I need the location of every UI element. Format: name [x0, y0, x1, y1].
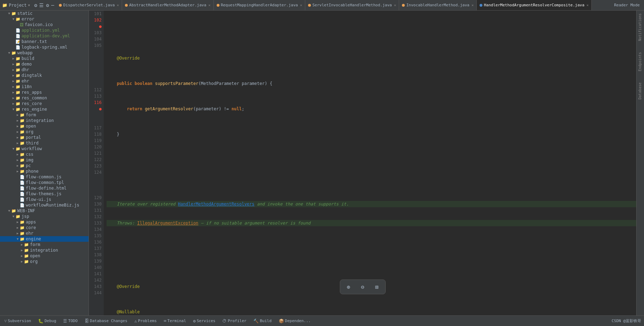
tree-item-demo[interactable]: ▶ 📁 demo: [0, 61, 89, 67]
tree-item-flow-common-js[interactable]: 📄 flow-common.js: [0, 174, 89, 180]
profiler-icon: ⏱: [222, 319, 227, 324]
notifications-tab[interactable]: Notifications: [637, 12, 643, 42]
status-services[interactable]: ⚙ Services: [192, 319, 217, 324]
status-bar: ⑂ Subversion 🐛 Debug ☰ TODO 🗄 Database C…: [0, 315, 644, 326]
tree-item-res-apps[interactable]: ▶ 📁 res_apps: [0, 90, 89, 95]
status-todo[interactable]: ☰ TODO: [62, 319, 79, 324]
tree-item-engine[interactable]: ▼ 📁 engine: [0, 236, 89, 242]
tree-item-error[interactable]: ▼ 📁 error: [0, 16, 89, 22]
tree-item-apps[interactable]: ▶ 📁 apps: [0, 219, 89, 225]
tree-item-logback[interactable]: 📄 logback-spring.xml: [0, 44, 89, 50]
endpoints-tab[interactable]: Endpoints: [637, 51, 643, 73]
database-tab[interactable]: Database: [637, 81, 643, 101]
tree-item-res-common[interactable]: ▶ 📁 res_common: [0, 95, 89, 101]
tree-item-ehr[interactable]: ▶ 📁 ehr: [0, 78, 89, 84]
tab-label-6: HandlerMethodArgumentResolverComposite.j…: [484, 3, 584, 7]
tree-item-third[interactable]: ▶ 📁 third: [0, 140, 89, 146]
list-icon[interactable]: ☰: [39, 2, 44, 8]
gear-icon[interactable]: ⚙: [46, 2, 49, 8]
tree-item-open2[interactable]: ▶ 📁 open: [0, 253, 89, 259]
tab-DispatcherServlet[interactable]: DispatcherServlet.java ✕: [56, 0, 122, 10]
toolbar-icons: ⚙ ☰ ⚙ ─: [34, 2, 54, 8]
tree-item-ehr2[interactable]: ▶ 📁 ehr: [0, 230, 89, 236]
tree-item-integration2[interactable]: ▶ 📁 integration: [0, 247, 89, 253]
status-build[interactable]: 🔨 Build: [252, 319, 273, 324]
tree-item-favicon[interactable]: 🖼 favicon.ico: [0, 22, 89, 27]
tab-close-1[interactable]: ✕: [117, 3, 119, 7]
tree-item-webinf[interactable]: ▼ 📁 WEB-INF: [0, 208, 89, 214]
tree-item-jsp[interactable]: ▼ 📁 jsp: [0, 214, 89, 219]
todo-icon: ☰: [63, 319, 67, 324]
tree-item-flow-common-tpl[interactable]: 📄 flow-common.tpl: [0, 180, 89, 185]
tree-item-res-engine[interactable]: ▼ 📁 res_engine: [0, 106, 89, 112]
tree-item-webapp[interactable]: ▼ 📁 webapp: [0, 50, 89, 56]
tree-item-org[interactable]: ▶ 📁 org: [0, 129, 89, 135]
tab-dot-3: [217, 4, 219, 7]
status-subversion[interactable]: ⑂ Subversion: [3, 319, 32, 324]
tab-HandlerMethodArgumentResolverComposite[interactable]: HandlerMethodArgumentResolverComposite.j…: [477, 0, 592, 10]
tree-item-open[interactable]: ▶ 📁 open: [0, 123, 89, 129]
tree-item-form[interactable]: ▶ 📁 form: [0, 112, 89, 118]
tab-close-3[interactable]: ✕: [300, 3, 302, 7]
tab-close-2[interactable]: ✕: [209, 3, 211, 7]
tree-item-core[interactable]: ▶ 📁 core: [0, 225, 89, 230]
code-line-blank4: [107, 258, 636, 264]
tab-close-5[interactable]: ✕: [471, 3, 474, 7]
tab-close-4[interactable]: ✕: [394, 3, 396, 7]
todo-label: TODO: [68, 319, 78, 323]
problems-icon: ⚠: [134, 319, 137, 324]
tree-item-form2[interactable]: ▶ 📁 form: [0, 242, 89, 247]
tree-item-img[interactable]: ▶ 📁 img: [0, 157, 89, 163]
settings-icon[interactable]: ⚙: [34, 2, 37, 8]
tree-item-pc[interactable]: ▶ 📁 pc: [0, 163, 89, 168]
tree-item-portal[interactable]: ▶ 📁 portal: [0, 135, 89, 140]
tree-item-application-dev-yml[interactable]: 📄 application-dev.yml: [0, 33, 89, 39]
code-line-103: public boolean supportsParameter(MethodP…: [107, 80, 636, 87]
tree-item-integration[interactable]: ▶ 📁 integration: [0, 118, 89, 123]
tree-item-workflowRuntimeBiz[interactable]: 📄 workflowRuntimeBiz.js: [0, 202, 89, 208]
tree-item-application-yml[interactable]: 📄 application.yml: [0, 27, 89, 33]
minimize-icon[interactable]: ─: [51, 2, 54, 8]
reader-mode-button[interactable]: Reader Mode: [610, 3, 644, 7]
code-content[interactable]: 101 102 ● 103 104 105 112 113 116 ● 117 …: [89, 11, 636, 315]
tab-InvocableHandlerMethod[interactable]: InvocableHandlerMethod.java ✕: [399, 0, 477, 10]
tree-item-res-core[interactable]: ▶ 📁 res_core: [0, 101, 89, 106]
tab-close-6[interactable]: ✕: [586, 3, 589, 7]
tree-item-workflow[interactable]: ▼ 📁 workflow: [0, 146, 89, 152]
tree-item-dingtalk[interactable]: ▶ 📁 dingtalk: [0, 73, 89, 78]
tree-item-build[interactable]: ▶ 📁 build: [0, 56, 89, 61]
status-dependencies[interactable]: 📦 Dependen...: [277, 319, 312, 324]
status-profiler[interactable]: ⏱ Profiler: [221, 319, 248, 324]
expand-button[interactable]: ⊞: [371, 281, 383, 293]
tab-AbstractHandlerMethodAdapter[interactable]: AbstractHandlerMethodAdapter.java ✕: [122, 0, 214, 10]
sidebar: ▼ 📁 static ▼ 📁 error 🖼 favicon.ico 📄 app…: [0, 11, 89, 315]
zoom-in-button[interactable]: ⊕: [343, 281, 354, 293]
tree-item-static[interactable]: ▼ 📁 static: [0, 11, 89, 16]
tree-item-org2[interactable]: ▶ 📁 org: [0, 259, 89, 264]
tab-RequestMappingHandlerAdapter[interactable]: RequestMappingHandlerAdapter.java ✕: [214, 0, 306, 10]
tab-ServletInvocableHandlerMethod[interactable]: ServletInvocableHandlerMethod.java ✕: [305, 0, 399, 10]
tab-dot-4: [308, 4, 311, 7]
status-debug[interactable]: 🐛 Debug: [37, 319, 58, 324]
tree-item-flow-define-html[interactable]: 📄 flow-define.html: [0, 185, 89, 191]
code-line-105: }: [107, 131, 636, 137]
services-label: Services: [197, 319, 216, 323]
code-line-104: return getArgumentResolver(parameter) !=…: [107, 106, 636, 112]
zoom-out-button[interactable]: ⊖: [357, 281, 368, 293]
project-title: Project: [9, 3, 27, 8]
tab-dot-1: [59, 4, 62, 7]
tree-item-i18n[interactable]: ▶ 📁 i18n: [0, 84, 89, 90]
project-dropdown-icon[interactable]: ▼: [28, 4, 30, 7]
tree-item-flow-ui-js[interactable]: 📄 flow-ui.js: [0, 197, 89, 202]
tree-item-flow-themes-js[interactable]: 📄 flow-themes.js: [0, 191, 89, 197]
tree-item-phone[interactable]: ▶ 📁 phone: [0, 168, 89, 174]
subversion-label: Subversion: [8, 319, 31, 323]
tree-item-css[interactable]: ▶ 📁 css: [0, 152, 89, 157]
status-database-changes[interactable]: 🗄 Database Changes: [83, 319, 129, 324]
status-problems[interactable]: ⚠ Problems: [133, 319, 158, 324]
tree-item-banner[interactable]: 📝 banner.txt: [0, 39, 89, 44]
tree-item-dhr[interactable]: ▶ 📁 dhr: [0, 67, 89, 73]
tabs-container: DispatcherServlet.java ✕ AbstractHandler…: [56, 0, 610, 10]
main-area: ▼ 📁 static ▼ 📁 error 🖼 favicon.ico 📄 app…: [0, 11, 644, 315]
status-terminal[interactable]: ⌨ Terminal: [162, 319, 187, 324]
